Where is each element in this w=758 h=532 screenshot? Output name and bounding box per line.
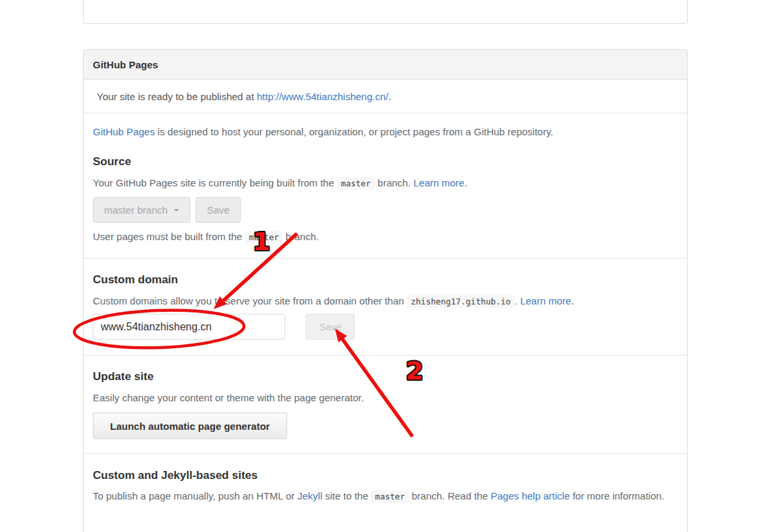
branch-code-badge: master	[371, 490, 409, 503]
custom-domain-controls: Save	[93, 314, 678, 340]
user-pages-note: User pages must be built from the master…	[93, 230, 678, 244]
publish-ready-notice: Your site is ready to be published at ht…	[84, 80, 687, 113]
source-controls: master branch Save	[93, 197, 678, 223]
caret-down-icon	[174, 209, 179, 212]
pages-help-article-link[interactable]: Pages help article	[491, 490, 570, 501]
update-site-description: Easily change your content or theme with…	[93, 391, 678, 405]
source-description: Your GitHub Pages site is currently bein…	[93, 176, 678, 190]
page-generator-button[interactable]: Launch automatic page generator	[93, 413, 287, 439]
jekyll-section: Custom and Jekyll-based sites To publish…	[84, 453, 687, 531]
jekyll-heading: Custom and Jekyll-based sites	[93, 469, 678, 482]
custom-domain-section: Custom domain Custom domains allow you t…	[84, 258, 687, 355]
branch-code-badge: master	[245, 231, 283, 243]
published-site-link[interactable]: http://www.54tianzhisheng.cn/	[257, 91, 388, 102]
update-site-section: Update site Easily change your content o…	[84, 355, 687, 453]
source-learn-more-link[interactable]: Learn more	[414, 177, 465, 188]
source-save-button[interactable]: Save	[196, 197, 241, 223]
github-pages-body: GitHub Pages is designed to host your pe…	[84, 113, 687, 531]
github-pages-doc-link[interactable]: GitHub Pages	[93, 126, 155, 137]
domain-learn-more-link[interactable]: Learn more	[520, 295, 571, 306]
custom-domain-description: Custom domains allow you to serve your s…	[93, 294, 678, 308]
previous-settings-box	[83, 0, 688, 24]
branch-select-button[interactable]: master branch	[93, 197, 190, 223]
github-pages-header: GitHub Pages	[84, 50, 687, 80]
github-pages-settings-box: GitHub Pages Your site is ready to be pu…	[83, 49, 688, 532]
source-heading: Source	[93, 155, 678, 168]
notice-text: Your site is ready to be published at	[97, 91, 257, 102]
source-section: GitHub Pages is designed to host your pe…	[84, 113, 687, 258]
notice-period: .	[389, 91, 391, 102]
github-pages-title: GitHub Pages	[93, 59, 158, 70]
custom-domain-save-button[interactable]: Save	[306, 314, 355, 340]
jekyll-description: To publish a page manually, push an HTML…	[93, 488, 678, 504]
default-domain-code-badge: zhisheng17.github.io	[407, 295, 515, 308]
custom-domain-heading: Custom domain	[93, 273, 678, 287]
custom-domain-input[interactable]	[93, 314, 285, 340]
jekyll-link[interactable]: Jekyll	[298, 490, 323, 501]
branch-code-badge: master	[337, 177, 375, 190]
update-site-heading: Update site	[93, 370, 678, 383]
update-site-controls: Launch automatic page generator	[93, 413, 678, 439]
intro-text: GitHub Pages is designed to host your pe…	[93, 113, 678, 139]
